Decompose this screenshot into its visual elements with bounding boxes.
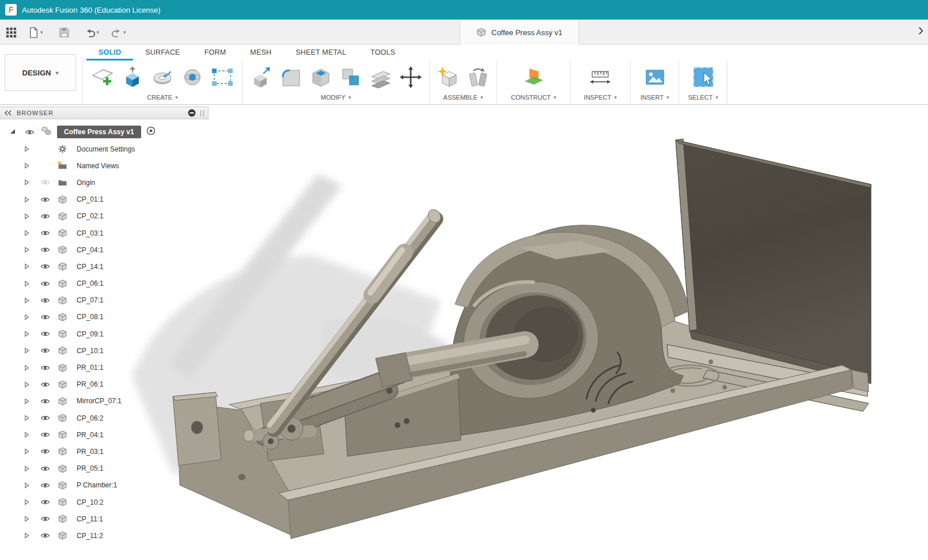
tab-tools[interactable]: TOOLS bbox=[358, 45, 407, 60]
undo-button[interactable]: ▾ bbox=[81, 24, 103, 41]
browser-row[interactable]: Origin bbox=[0, 174, 209, 191]
browser-row[interactable]: PR_05:1 bbox=[0, 460, 209, 477]
revolve-button[interactable] bbox=[150, 63, 175, 91]
app-grid-button[interactable] bbox=[2, 24, 20, 41]
visibility-eye-icon[interactable] bbox=[25, 129, 35, 135]
tab-mesh[interactable]: MESH bbox=[238, 45, 283, 60]
expand-triangle-icon[interactable] bbox=[24, 162, 29, 169]
visibility-eye-icon[interactable] bbox=[40, 482, 50, 489]
tab-solid[interactable]: SOLID bbox=[86, 45, 133, 60]
browser-row[interactable]: CP_11:1 bbox=[0, 510, 209, 527]
browser-root-row[interactable]: Coffee Press Assy v1 bbox=[0, 123, 209, 141]
browser-row[interactable]: CP_11:2 bbox=[0, 527, 209, 544]
collapse-panel-icon[interactable] bbox=[4, 110, 12, 116]
expand-triangle-icon[interactable] bbox=[24, 213, 29, 220]
construct-dropdown[interactable]: CONSTRUCT ▾ bbox=[511, 94, 556, 101]
panel-grip[interactable] bbox=[200, 110, 204, 116]
visibility-eye-icon[interactable] bbox=[40, 347, 50, 354]
visibility-eye-icon[interactable] bbox=[40, 281, 50, 287]
visibility-eye-icon[interactable] bbox=[40, 365, 50, 371]
visibility-eye-icon[interactable] bbox=[40, 196, 50, 203]
expand-triangle-icon[interactable] bbox=[24, 331, 29, 337]
assemble-dropdown[interactable]: ASSEMBLE ▾ bbox=[444, 94, 483, 101]
expand-triangle-icon[interactable] bbox=[24, 179, 29, 186]
expand-triangle-icon[interactable] bbox=[24, 347, 29, 354]
visibility-eye-icon[interactable] bbox=[40, 297, 50, 304]
expand-triangle-icon[interactable] bbox=[24, 532, 29, 539]
press-pull-button[interactable] bbox=[248, 63, 274, 91]
fillet-button[interactable] bbox=[278, 63, 304, 91]
expand-triangle-icon[interactable] bbox=[24, 381, 29, 388]
expand-triangle-icon[interactable] bbox=[24, 482, 29, 489]
expand-triangle-icon[interactable] bbox=[24, 196, 29, 203]
extrude-button[interactable] bbox=[120, 63, 145, 91]
expand-triangle-icon[interactable] bbox=[24, 499, 29, 505]
expand-triangle-icon[interactable] bbox=[24, 516, 29, 522]
visibility-eye-icon[interactable] bbox=[40, 381, 50, 388]
browser-row[interactable]: P Chamber:1 bbox=[0, 477, 209, 494]
browser-row[interactable]: CP_09:1 bbox=[0, 326, 209, 342]
visibility-eye-icon[interactable] bbox=[40, 398, 50, 404]
visibility-eye-icon[interactable] bbox=[40, 466, 50, 472]
visibility-eye-icon[interactable] bbox=[40, 532, 50, 539]
browser-row[interactable]: CP_08:1 bbox=[0, 309, 209, 326]
workspace-selector[interactable]: DESIGN ▾ bbox=[5, 54, 76, 91]
select-button[interactable] bbox=[691, 63, 716, 91]
visibility-eye-icon[interactable] bbox=[40, 448, 50, 455]
expand-triangle-icon[interactable] bbox=[24, 448, 29, 455]
minimize-panel-icon[interactable] bbox=[188, 109, 196, 117]
construct-plane-button[interactable] bbox=[521, 63, 546, 91]
expand-triangle-icon[interactable] bbox=[24, 365, 29, 371]
expand-triangle-icon[interactable] bbox=[24, 230, 29, 236]
expand-triangle-icon[interactable] bbox=[24, 415, 29, 421]
visibility-eye-icon[interactable] bbox=[40, 331, 50, 337]
visibility-eye-icon[interactable] bbox=[40, 263, 50, 270]
browser-row[interactable]: CP_02:1 bbox=[0, 208, 209, 225]
select-dropdown[interactable]: SELECT ▾ bbox=[688, 94, 718, 101]
browser-row[interactable]: CP_07:1 bbox=[0, 292, 209, 309]
expand-triangle-icon[interactable] bbox=[24, 314, 29, 320]
browser-row[interactable]: CP_01:1 bbox=[0, 191, 209, 208]
visibility-eye-icon[interactable] bbox=[40, 516, 50, 522]
joint-button[interactable] bbox=[465, 63, 491, 91]
visibility-eye-icon[interactable] bbox=[40, 314, 50, 320]
expand-triangle-icon[interactable] bbox=[24, 297, 29, 304]
move-copy-button[interactable] bbox=[398, 63, 423, 91]
shell-button[interactable] bbox=[308, 63, 334, 91]
expand-triangle-icon[interactable] bbox=[24, 263, 29, 270]
expand-triangle-icon[interactable] bbox=[24, 247, 29, 253]
browser-row[interactable]: CP_06:1 bbox=[0, 275, 209, 292]
browser-row[interactable]: Document Settings bbox=[0, 141, 209, 157]
new-file-button[interactable]: ▾ bbox=[25, 24, 46, 41]
expand-triangle-icon[interactable] bbox=[24, 146, 29, 152]
visibility-eye-icon[interactable] bbox=[40, 213, 50, 220]
new-component-button[interactable] bbox=[435, 63, 461, 91]
save-button[interactable] bbox=[55, 24, 73, 41]
visibility-eye-icon[interactable] bbox=[40, 179, 50, 186]
tab-surface[interactable]: SURFACE bbox=[133, 45, 192, 60]
tab-overflow-button[interactable] bbox=[918, 27, 923, 37]
browser-row[interactable]: PR_04:1 bbox=[0, 426, 209, 443]
browser-row[interactable]: CP_04:1 bbox=[0, 241, 209, 258]
inspect-dropdown[interactable]: INSPECT ▾ bbox=[584, 94, 617, 101]
browser-row[interactable]: CP_03:1 bbox=[0, 225, 209, 241]
activate-radio-icon[interactable] bbox=[146, 126, 156, 138]
browser-row[interactable]: CP_14:1 bbox=[0, 258, 209, 275]
visibility-eye-icon[interactable] bbox=[40, 247, 50, 253]
browser-row[interactable]: CP_10:2 bbox=[0, 494, 209, 510]
document-tab[interactable]: Coffee Press Assy v1 bbox=[460, 20, 579, 45]
visibility-eye-icon[interactable] bbox=[40, 415, 50, 421]
expand-triangle-icon[interactable] bbox=[24, 281, 29, 287]
browser-row[interactable]: PR_03:1 bbox=[0, 443, 209, 460]
insert-canvas-button[interactable] bbox=[642, 63, 668, 91]
browser-row[interactable]: CP_06:2 bbox=[0, 410, 209, 426]
redo-button[interactable]: ▾ bbox=[108, 24, 129, 41]
expand-triangle-icon[interactable] bbox=[24, 398, 29, 404]
modify-dropdown[interactable]: MODIFY ▾ bbox=[321, 94, 351, 101]
offset-face-button[interactable] bbox=[368, 63, 393, 91]
combine-button[interactable] bbox=[338, 63, 363, 91]
insert-dropdown[interactable]: INSERT ▾ bbox=[641, 94, 669, 101]
create-sketch-button[interactable] bbox=[90, 63, 115, 91]
visibility-eye-icon[interactable] bbox=[40, 499, 50, 505]
measure-button[interactable] bbox=[588, 63, 613, 91]
